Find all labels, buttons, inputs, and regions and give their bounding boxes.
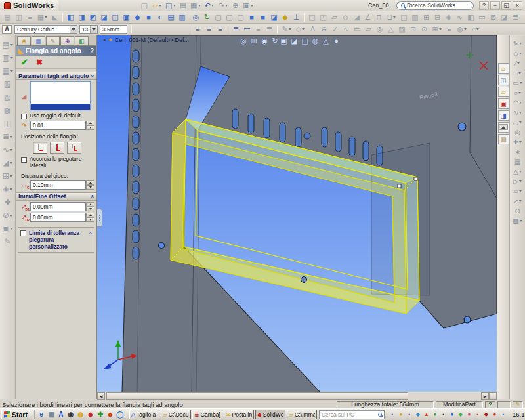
view-tool-icon[interactable]: △ (322, 36, 333, 45)
display-style-icon[interactable]: ■ (246, 12, 257, 22)
tray-icon[interactable]: ◆ (414, 411, 422, 419)
feature-icon[interactable]: ▣ (1, 222, 14, 235)
group-header-params[interactable]: Parametri tagli ad angolo « (16, 72, 96, 80)
annotation-icon[interactable]: ⊡ (408, 24, 419, 34)
annotation-icon[interactable]: ≡ (444, 24, 455, 34)
annotation-icon[interactable]: ∿ (341, 24, 352, 34)
list-icon[interactable]: ≣ (264, 24, 275, 34)
sheet-metal-icon[interactable]: ⊔ (385, 12, 398, 22)
taskbar-task-button[interactable]: ✉ Posta in... (224, 410, 254, 419)
display-style-icon[interactable]: ◎ (190, 12, 201, 22)
tray-icon[interactable]: ▪ (388, 411, 396, 419)
sheet-metal-icon[interactable]: ≣ (510, 12, 521, 22)
taskbar-task-button[interactable]: ◆ SolidWo... (255, 410, 285, 419)
default-radius-checkbox[interactable] (21, 114, 27, 119)
tree-expand-icon[interactable]: ▸ (104, 37, 106, 43)
scrollbar-thumb[interactable] (106, 392, 408, 400)
annotation-icon[interactable]: ▨ (396, 24, 408, 34)
list-icon[interactable]: ≔ (242, 24, 253, 34)
window-control-button[interactable]: ? (479, 1, 489, 10)
taskbar-task-button[interactable]: ▱ C:\Docu... (161, 410, 191, 419)
annotation-icon[interactable]: A (307, 24, 318, 34)
ok-button[interactable]: ✔ (21, 57, 28, 67)
font-family-combo[interactable]: Century Gothic (14, 25, 77, 34)
sketch-tool-icon[interactable]: ◇ (511, 49, 524, 58)
task-pane-tab[interactable]: ▱ (498, 87, 509, 97)
view-cube-icon[interactable]: ◩ (87, 12, 98, 22)
standard-toolbar-icon[interactable]: ▤ (177, 1, 188, 10)
display-style-icon[interactable]: ▢ (224, 12, 235, 22)
edge-list-item[interactable] (31, 96, 90, 104)
feature-icon[interactable]: ✎ (1, 235, 14, 248)
menu-item[interactable] (121, 4, 129, 7)
feature-icon[interactable]: ✚ (1, 196, 14, 209)
sketch-tool-icon[interactable]: ∕ (511, 58, 524, 68)
standard-toolbar-icon[interactable]: ⊕ (230, 1, 241, 10)
align-icon[interactable]: ≡ (215, 24, 226, 34)
menu-item[interactable] (58, 4, 66, 7)
tray-icon[interactable]: ◆ (482, 411, 490, 419)
annotation-icon[interactable]: ⊙ (419, 24, 430, 34)
view-tool-icon[interactable]: ● (333, 36, 343, 45)
task-pane-tab[interactable]: ▣ (498, 98, 509, 109)
quick-launch-icon[interactable]: ◉ (66, 410, 75, 419)
view-cube-icon[interactable]: ◧ (65, 12, 76, 22)
sketch-tool-icon[interactable]: ✎ (511, 39, 524, 49)
sketch-tool-icon[interactable]: ▱ (511, 186, 524, 196)
sheet-metal-icon[interactable]: ▱ (329, 12, 340, 22)
offset-d1-spinner[interactable] (86, 202, 94, 211)
sketch-tool-icon[interactable]: ▩ (511, 216, 524, 226)
view-tool-icon[interactable]: ▣ (280, 36, 291, 45)
feature-tree-root[interactable]: ▸ ✦ Cen_001-M (Default<<Def... (104, 37, 189, 43)
annotation-icon[interactable]: ◇ (293, 24, 307, 34)
quick-launch-icon[interactable]: ▦ (47, 410, 56, 419)
standard-toolbar-icon[interactable]: ▱ (150, 1, 163, 10)
cancel-button[interactable]: ✖ (36, 58, 43, 67)
flange-position-material-outside-button[interactable] (50, 142, 64, 154)
view-tool-icon[interactable]: ◫ (301, 36, 312, 45)
quick-launch-icon[interactable]: ◯ (116, 410, 125, 419)
panel-splitter-handle[interactable] (97, 209, 102, 227)
custom-bend-allowance-group[interactable]: Limite di tolleranza piegatura personali… (18, 227, 94, 253)
annotation-icon[interactable]: ⌂ (469, 24, 482, 34)
toolbar-icon[interactable]: ◫ (13, 12, 24, 22)
display-style-icon[interactable]: ◆ (280, 12, 291, 22)
tray-icon[interactable]: ● (397, 411, 405, 419)
toolbar-icon[interactable]: ◣ (49, 12, 60, 22)
sheet-metal-icon[interactable]: ◫ (398, 12, 410, 22)
edge-list-item[interactable] (31, 89, 90, 96)
standard-toolbar-icon[interactable]: ↷ (216, 1, 230, 10)
quick-tips-icon[interactable]: ? (485, 401, 495, 408)
graphics-viewport[interactable]: Piano3 ▸ ✦ Cen_001-M (Default<<Def... ◎⊞… (97, 35, 497, 392)
quick-launch-icon[interactable]: ◆ (106, 410, 115, 419)
display-style-icon[interactable]: ↻ (201, 12, 213, 22)
toolbar-icon[interactable]: ▤ (2, 12, 13, 22)
annotation-icon[interactable]: ⊞ (430, 24, 444, 34)
panel-tab[interactable]: ✎ (46, 36, 60, 45)
sheet-metal-icon[interactable]: ◢ (351, 12, 362, 22)
bend-allowance-checkbox[interactable] (20, 230, 26, 236)
taskbar-task-button[interactable]: A Taglio a ... (129, 410, 159, 419)
text-height-field[interactable]: 3.5mm (100, 25, 127, 34)
menu-item[interactable] (74, 4, 82, 7)
view-cube-icon[interactable]: ◨ (76, 12, 87, 22)
standard-toolbar-icon[interactable]: ▣ (241, 1, 255, 10)
quick-launch-icon[interactable]: ◍ (76, 410, 85, 419)
feature-icon[interactable]: ▨ (1, 91, 14, 104)
sketch-tool-icon[interactable]: ◡ (511, 117, 524, 127)
sketch-tool-icon[interactable]: ✚ (511, 137, 524, 147)
annotation-icon[interactable]: ✓ (329, 24, 341, 34)
collapse-chevron-icon[interactable]: « (89, 195, 95, 198)
desktop-search-box[interactable]: Cerca sul PC (319, 410, 385, 419)
view-cube-icon[interactable]: ◫ (110, 12, 121, 22)
taskbar-task-button[interactable]: ▱ G:\Imma... (287, 410, 317, 419)
window-control-button[interactable]: − (490, 1, 500, 10)
standard-toolbar-icon[interactable]: ▦ (188, 1, 202, 10)
chevron-down-icon[interactable] (70, 26, 77, 33)
sketch-tool-icon[interactable]: ∿ (511, 108, 524, 117)
display-style-icon[interactable]: ⊥ (291, 12, 302, 22)
annotation-icon[interactable]: ▱ (363, 24, 374, 34)
toolbar-icon[interactable]: ▦ (35, 12, 49, 22)
collapse-chevron-icon[interactable]: « (89, 74, 95, 77)
edge-list-item[interactable] (31, 82, 90, 89)
